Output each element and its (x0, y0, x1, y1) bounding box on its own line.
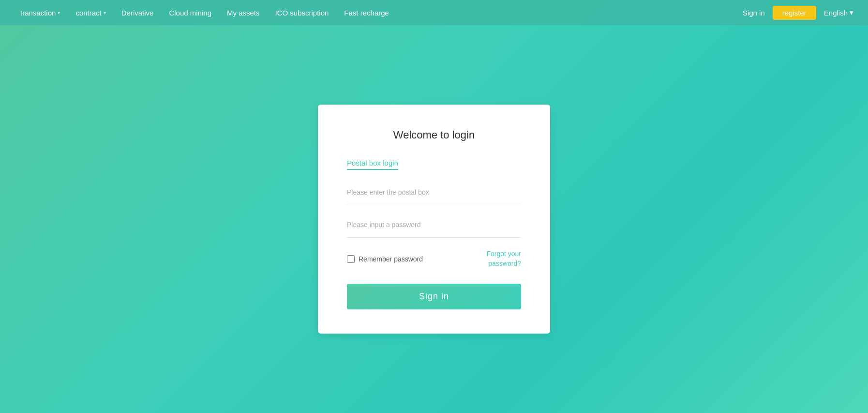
nav-transaction-label: transaction (20, 9, 56, 17)
tab-row: Postal box login (347, 159, 521, 170)
nav-my-assets-label: My assets (227, 9, 260, 17)
nav-contract-label: contract (75, 9, 101, 17)
nav-language-selector[interactable]: English ▾ (824, 8, 853, 17)
nav-cloud-mining[interactable]: Cloud mining (163, 6, 217, 20)
nav-ico-label: ICO subscription (275, 9, 329, 17)
tab-postal-box[interactable]: Postal box login (347, 159, 398, 170)
login-card: Welcome to login Postal box login Rememb… (318, 105, 550, 334)
nav-derivative-label: Derivative (121, 9, 154, 17)
nav-my-assets[interactable]: My assets (221, 6, 266, 20)
nav-right: Sign in register English ▾ (743, 6, 853, 20)
remember-password-label[interactable]: Remember password (347, 255, 423, 263)
remember-checkbox[interactable] (347, 255, 355, 263)
nav-fast-recharge-label: Fast recharge (344, 9, 389, 17)
signin-button[interactable]: Sign in (347, 284, 521, 309)
language-arrow-icon: ▾ (850, 8, 853, 17)
options-row: Remember password Forgot your password? (347, 249, 521, 268)
nav-left: transaction ▾ contract ▾ Derivative Clou… (15, 6, 743, 20)
transaction-arrow-icon: ▾ (58, 10, 60, 15)
nav-signin-link[interactable]: Sign in (743, 9, 765, 17)
nav-language-label: English (824, 9, 848, 17)
email-input-group (347, 184, 521, 205)
nav-transaction[interactable]: transaction ▾ (15, 6, 66, 20)
login-title: Welcome to login (347, 129, 521, 141)
password-input-group (347, 217, 521, 238)
email-input[interactable] (347, 184, 521, 200)
nav-fast-recharge[interactable]: Fast recharge (338, 6, 395, 20)
nav-contract[interactable]: contract ▾ (70, 6, 111, 20)
nav-register-button[interactable]: register (773, 6, 816, 20)
navbar: transaction ▾ contract ▾ Derivative Clou… (0, 0, 868, 25)
nav-cloud-mining-label: Cloud mining (169, 9, 211, 17)
nav-derivative[interactable]: Derivative (116, 6, 160, 20)
password-input[interactable] (347, 217, 521, 232)
main-content: Welcome to login Postal box login Rememb… (0, 25, 868, 413)
forgot-password-link[interactable]: Forgot your password? (463, 249, 521, 268)
nav-ico[interactable]: ICO subscription (269, 6, 334, 20)
contract-arrow-icon: ▾ (104, 10, 106, 15)
remember-text: Remember password (359, 255, 423, 263)
